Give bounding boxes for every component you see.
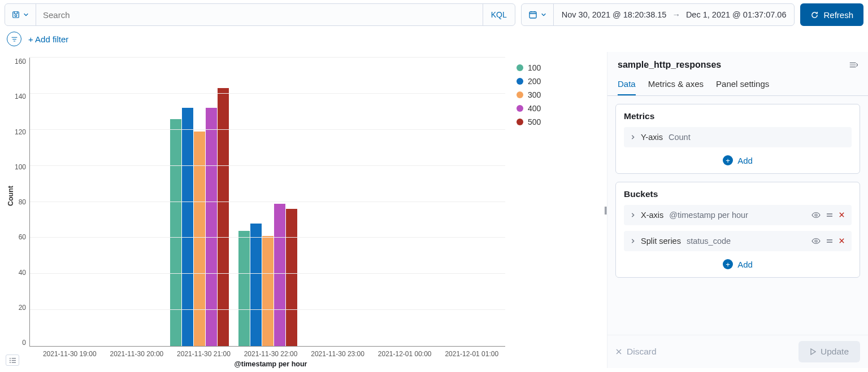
add-bucket-button[interactable]: + Add <box>624 257 852 269</box>
time-quick-select[interactable] <box>522 4 554 25</box>
play-icon <box>810 348 816 355</box>
x-slot <box>30 58 98 346</box>
x-tick: 2021-12-01 00:00 <box>371 347 439 358</box>
panel-title: sample_http_responses <box>618 60 721 70</box>
bar[interactable] <box>262 236 274 346</box>
discard-button[interactable]: Discard <box>615 347 657 357</box>
x-tick: 2021-11-30 23:00 <box>304 347 371 358</box>
y-axis-ticks: 160140120100806040200 <box>15 58 29 347</box>
update-button[interactable]: Update <box>798 341 860 362</box>
x-axis-ticks: 2021-11-30 19:002021-11-30 20:002021-11-… <box>36 347 505 358</box>
legend-item[interactable]: 400 <box>517 102 596 115</box>
calendar-icon <box>528 10 537 19</box>
y-tick: 140 <box>15 93 26 100</box>
refresh-button[interactable]: Refresh <box>800 3 863 26</box>
legend-toggle-button[interactable] <box>6 355 19 366</box>
panel-footer: Discard Update <box>607 335 868 368</box>
legend-item[interactable]: 500 <box>517 115 596 129</box>
arrow-right-icon: → <box>672 10 680 19</box>
main-content: Count 160140120100806040200 2021-11-30 1… <box>0 52 868 368</box>
bars-container <box>30 58 505 346</box>
bar[interactable] <box>182 108 193 346</box>
collapse-panel-button[interactable] <box>849 61 858 69</box>
buckets-title: Buckets <box>624 189 852 199</box>
update-label: Update <box>821 347 849 357</box>
svg-point-4 <box>10 360 11 361</box>
agg-row[interactable]: Y-axis Count <box>624 127 852 147</box>
drag-handle-button[interactable] <box>826 238 833 244</box>
legend-item[interactable]: 200 <box>517 75 596 88</box>
agg-label: Split series <box>641 237 681 246</box>
delete-button[interactable] <box>839 238 845 244</box>
svg-point-5 <box>10 362 11 363</box>
x-tick: 2021-11-30 22:00 <box>237 347 305 358</box>
legend-label: 500 <box>528 117 541 126</box>
x-slot <box>437 58 505 346</box>
close-icon <box>615 348 622 355</box>
refresh-label: Refresh <box>823 10 853 20</box>
plot-area <box>29 58 505 347</box>
bar[interactable] <box>274 204 285 346</box>
y-tick: 40 <box>19 269 26 277</box>
tab-data[interactable]: Data <box>618 75 636 95</box>
search-input[interactable] <box>36 4 483 25</box>
x-tick: 2021-11-30 20:00 <box>103 347 171 358</box>
x-tick: 2021-11-30 19:00 <box>36 347 103 358</box>
agg-row[interactable]: Split series status_code <box>624 231 852 251</box>
query-language-switch[interactable]: KQL <box>483 4 515 25</box>
bar[interactable] <box>250 224 262 346</box>
agg-label: Y-axis <box>641 133 663 142</box>
filter-icon <box>11 36 18 43</box>
delete-button[interactable] <box>839 212 845 218</box>
bar[interactable] <box>206 108 217 346</box>
y-tick: 20 <box>19 304 26 312</box>
legend-dot-icon <box>517 105 523 112</box>
metrics-section: Metrics Y-axis Count + Add <box>615 104 860 174</box>
toggle-visibility-button[interactable] <box>811 212 821 218</box>
x-axis-label: @timestamp per hour <box>36 358 505 368</box>
bar[interactable] <box>218 88 229 346</box>
chevron-down-icon <box>541 12 546 17</box>
y-tick: 0 <box>22 339 26 347</box>
y-tick: 80 <box>19 198 26 206</box>
legend-dot-icon <box>517 64 523 71</box>
legend: 100200300400500 <box>505 58 601 368</box>
plus-circle-icon: + <box>723 155 733 165</box>
legend-dot-icon <box>517 119 523 125</box>
bar[interactable] <box>194 132 205 346</box>
time-from: Nov 30, 2021 @ 18:20:38.15 <box>562 10 667 19</box>
filter-menu-button[interactable] <box>7 32 21 46</box>
drag-handle-button[interactable] <box>826 212 833 218</box>
chevron-right-icon <box>631 212 635 218</box>
bar[interactable] <box>238 231 250 346</box>
add-metric-button[interactable]: + Add <box>624 153 852 165</box>
y-tick: 60 <box>19 233 26 241</box>
svg-point-7 <box>815 240 817 242</box>
legend-item[interactable]: 100 <box>517 61 596 75</box>
close-icon <box>839 212 845 218</box>
tab-metrics-axes[interactable]: Metrics & axes <box>648 75 704 95</box>
agg-label: X-axis <box>641 211 663 220</box>
tab-panel-settings[interactable]: Panel settings <box>716 75 769 95</box>
agg-detail: Count <box>669 133 691 142</box>
time-range-display[interactable]: Nov 30, 2021 @ 18:20:38.15 → Dec 1, 2021… <box>554 4 795 25</box>
toggle-visibility-button[interactable] <box>811 238 821 244</box>
panel-body: Metrics Y-axis Count + Add Buckets X-axi… <box>607 96 868 335</box>
chevron-right-icon <box>631 238 635 244</box>
x-slot <box>166 58 233 346</box>
buckets-section: Buckets X-axis @timestamp per hourSplit … <box>615 182 860 278</box>
resize-handle[interactable]: || <box>604 205 606 215</box>
bar[interactable] <box>170 119 181 346</box>
bar[interactable] <box>286 209 297 346</box>
discard-label: Discard <box>627 347 657 357</box>
add-filter-button[interactable]: + Add filter <box>28 34 68 44</box>
legend-label: 400 <box>528 104 541 113</box>
query-bar: KQL <box>5 3 515 26</box>
drag-icon <box>826 238 833 244</box>
legend-item[interactable]: 300 <box>517 88 596 102</box>
saved-query-dropdown[interactable] <box>5 4 36 25</box>
x-tick: 2021-11-30 21:00 <box>170 347 237 358</box>
agg-row[interactable]: X-axis @timestamp per hour <box>624 205 852 225</box>
chart-inner: 160140120100806040200 2021-11-30 19:0020… <box>15 58 505 368</box>
x-slot <box>302 58 370 346</box>
